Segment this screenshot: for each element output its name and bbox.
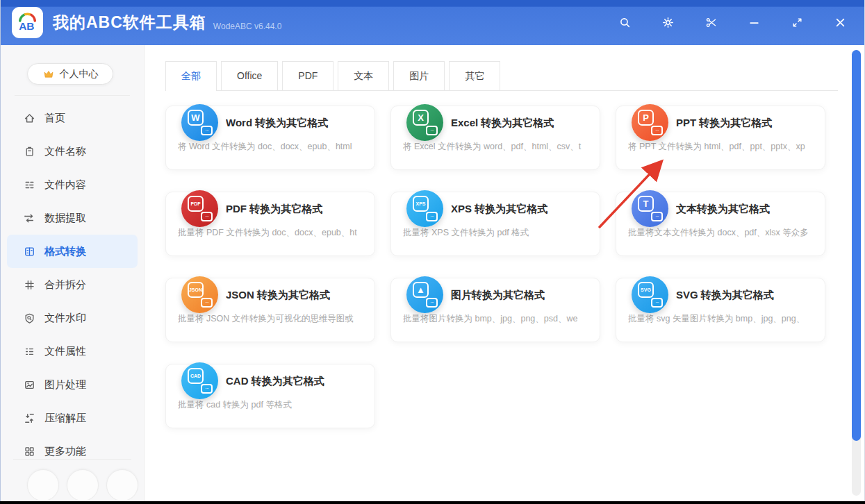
sidebar-item-label: 文件属性 [44, 345, 86, 358]
card-title: CAD 转换为其它格式 [226, 375, 369, 388]
titlebar-button[interactable] [662, 17, 674, 28]
conversion-card[interactable]: CAD CAD 转换为其它格式 批量将 cad 转换为 pdf 等格式 [165, 364, 375, 428]
scrollbar-thumb[interactable] [852, 50, 861, 441]
file-props-icon [24, 346, 35, 358]
titlebar-button[interactable] [748, 17, 760, 28]
card-description: 批量将 cad 转换为 pdf 等格式 [178, 399, 365, 411]
card-title: SVG 转换为其它格式 [676, 289, 819, 302]
sidebar-item-label: 数据提取 [44, 212, 86, 225]
sidebar-item-label: 合并拆分 [44, 278, 86, 292]
format-badge-icon: ▲ [406, 276, 443, 313]
conversion-card[interactable]: SVG SVG 转换为其它格式 批量将 svg 矢量图片转换为 bmp、jpg、… [616, 278, 825, 342]
convert-target-icon [201, 298, 213, 308]
format-badge-icon: PDF [181, 190, 218, 227]
card-description: 批量将文本文件转换为 docx、pdf、xlsx 等众多 [628, 227, 815, 239]
compress-icon [24, 412, 35, 424]
conversion-card[interactable]: ▲ 图片转换为其它格式 批量将图片转换为 bmp、jpg、png、psd、we [390, 278, 600, 342]
convert-target-icon [426, 298, 438, 308]
sidebar-item-label: 更多功能 [44, 445, 86, 458]
sidebar-item[interactable]: 合并拆分 [1, 268, 144, 301]
minimize-icon [748, 17, 760, 28]
card-title: Excel 转换为其它格式 [451, 117, 594, 130]
card-description: 批量将 XPS 文件转换为 pdf 格式 [403, 227, 590, 239]
titlebar-button[interactable] [619, 17, 631, 28]
sidebar-item[interactable]: 压缩解压 [1, 401, 144, 435]
format-badge-icon: T [632, 190, 668, 227]
search-icon [619, 17, 631, 28]
category-tab[interactable]: 文本 [338, 61, 389, 90]
conversion-card[interactable]: JSON JSON 转换为其它格式 批量将 JSON 文件转换为可视化的思维导图… [165, 278, 375, 342]
card-description: 批量将 JSON 文件转换为可视化的思维导图或 [178, 313, 365, 325]
sidebar-bottom [1, 459, 144, 501]
category-tab[interactable]: 全部 [165, 61, 217, 91]
resize-icon [791, 17, 803, 28]
format-badge-icon: SVG [632, 276, 668, 313]
more-grid-icon [24, 446, 35, 457]
data-extract-icon [24, 212, 35, 224]
category-tabs: 全部 Office PDF 文本 图片 [165, 61, 838, 91]
category-tab[interactable]: Office [221, 61, 278, 90]
conversion-card[interactable]: X Excel 转换为其它格式 将 Excel 文件转换为 word、pdf、h… [390, 106, 600, 170]
sidebar-bottom-button[interactable] [27, 469, 59, 501]
sidebar-bottom-divider [13, 459, 131, 460]
scissors-icon [705, 17, 717, 28]
sidebar-bottom-button[interactable] [106, 469, 138, 501]
card-title: JSON 转换为其它格式 [226, 289, 369, 302]
sidebar-item[interactable]: 图片处理 [1, 368, 144, 401]
category-tab[interactable]: 图片 [393, 61, 445, 90]
conversion-card[interactable]: W Word 转换为其它格式 将 Word 文件转换为 doc、docx、epu… [165, 106, 375, 170]
conversion-card[interactable]: T 文本转换为其它格式 批量将文本文件转换为 docx、pdf、xlsx 等众多 [616, 192, 825, 256]
convert-target-icon [426, 126, 438, 135]
app-version: WodeABC v6.44.0 [213, 22, 282, 31]
personal-center-button[interactable]: 个人中心 [27, 63, 113, 85]
tab-label: 图片 [409, 70, 429, 81]
sidebar-bottom-button[interactable] [67, 469, 99, 501]
sidebar-item[interactable]: 文件属性 [1, 335, 144, 368]
sidebar-item[interactable]: 文件内容 [1, 168, 144, 201]
convert-target-icon [201, 126, 213, 135]
sidebar-item[interactable]: 文件名称 [1, 135, 144, 168]
card-description: 批量将图片转换为 bmp、jpg、png、psd、we [403, 313, 590, 325]
sidebar-item-label: 图片处理 [44, 378, 86, 392]
card-title: 图片转换为其它格式 [451, 289, 594, 302]
card-description: 将 Excel 文件转换为 word、pdf、html、csv、t [403, 141, 590, 153]
titlebar-button[interactable] [834, 17, 846, 28]
conversion-card[interactable]: PDF PDF 转换为其它格式 批量将 PDF 文件转换为 doc、docx、e… [165, 192, 375, 256]
card-title: 文本转换为其它格式 [676, 203, 819, 216]
sidebar-item[interactable]: 格式转换 [7, 235, 138, 268]
sidebar-item-label: 首页 [44, 112, 65, 125]
close-icon [834, 17, 846, 28]
convert-target-icon [426, 212, 438, 221]
main-content: 全部 Office PDF 文本 图片 [145, 45, 864, 501]
sidebar-menu: 首页 文件名称 文件内容 数据提取 [1, 101, 144, 468]
tab-label: 全部 [181, 70, 201, 81]
convert-target-icon [651, 298, 663, 308]
merge-split-icon [24, 279, 35, 291]
convert-target-icon [651, 212, 663, 221]
app-logo: AB [12, 7, 43, 38]
titlebar-button[interactable] [705, 17, 717, 28]
category-tab[interactable]: 其它 [449, 61, 500, 90]
image-process-icon [24, 379, 35, 391]
card-description: 批量将 svg 矢量图片转换为 bmp、jpg、png、 [628, 313, 815, 325]
app-window: AB 我的ABC软件工具箱 WodeABC v6.44.0 [0, 0, 865, 501]
watermark-icon [24, 312, 35, 324]
card-title: XPS 转换为其它格式 [451, 203, 594, 216]
file-content-icon [24, 179, 35, 191]
card-description: 将 PPT 文件转换为 html、pdf、ppt、pptx、xp [628, 141, 815, 153]
sidebar-item[interactable]: 首页 [1, 101, 144, 135]
sidebar-item[interactable]: 数据提取 [1, 201, 144, 235]
format-badge-icon: XPS [406, 190, 443, 227]
sidebar: 个人中心 首页 文件名称 文件 [1, 45, 145, 501]
sidebar-item-label: 压缩解压 [44, 412, 86, 425]
crown-icon [42, 69, 55, 80]
category-tab[interactable]: PDF [282, 61, 333, 90]
conversion-card[interactable]: P PPT 转换为其它格式 将 PPT 文件转换为 html、pdf、ppt、p… [616, 106, 825, 170]
card-description: 批量将 PDF 文件转换为 doc、docx、epub、ht [178, 227, 365, 239]
titlebar-button[interactable] [791, 17, 803, 28]
sidebar-item[interactable]: 文件水印 [1, 301, 144, 335]
sidebar-item-label: 文件内容 [44, 178, 86, 192]
file-name-icon [24, 146, 35, 158]
conversion-card[interactable]: XPS XPS 转换为其它格式 批量将 XPS 文件转换为 pdf 格式 [390, 192, 600, 256]
format-convert-icon [24, 246, 35, 258]
